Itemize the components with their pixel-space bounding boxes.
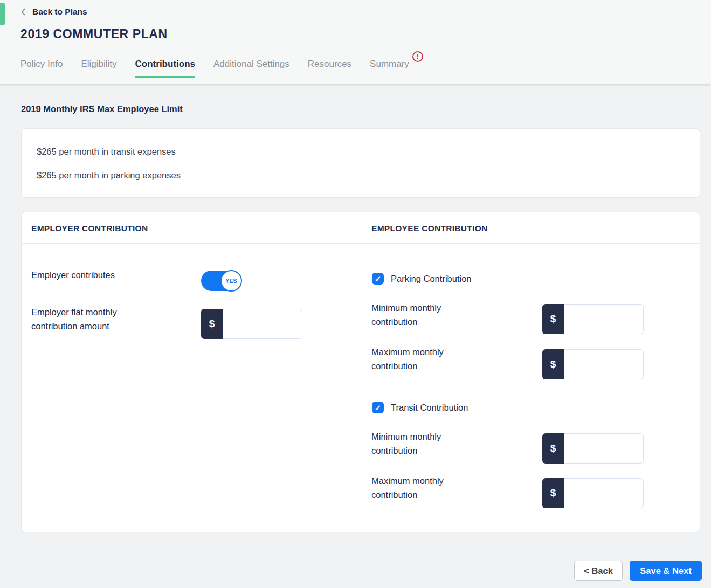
irs-limit-card: $265 per month in transit expenses $265 … [21, 128, 700, 198]
save-and-next-button[interactable]: Save & Next [630, 561, 702, 581]
checkmark-icon: ✓ [375, 275, 382, 283]
parking-contribution-checkbox[interactable]: ✓ [372, 273, 384, 285]
dollar-prefix-icon: $ [542, 478, 564, 508]
employer-flat-amount-input[interactable] [223, 309, 302, 339]
tab-resources[interactable]: Resources [308, 59, 351, 76]
tab-summary-label: Summary [370, 59, 409, 69]
employer-contributes-label: Employer contributes [31, 268, 115, 282]
accent-bar [0, 3, 5, 25]
contribution-card: EMPLOYER CONTRIBUTION EMPLOYEE CONTRIBUT… [21, 212, 700, 532]
employer-flat-amount-group: $ [201, 309, 302, 339]
checkmark-icon: ✓ [375, 404, 382, 412]
parking-max-label: Maximum monthly contribution [371, 345, 479, 373]
page-header: Back to Plans 2019 COMMUTER PLAN Policy … [0, 0, 711, 84]
toggle-knob: YES [220, 270, 242, 292]
irs-limit-heading: 2019 Monthly IRS Max Employee Limit [21, 104, 183, 114]
parking-min-input[interactable] [564, 304, 644, 334]
transit-contribution-label: Transit Contribution [391, 403, 468, 413]
tab-policy-info[interactable]: Policy Info [20, 59, 63, 76]
transit-max-group: $ [542, 478, 644, 508]
dollar-prefix-icon: $ [542, 304, 564, 334]
transit-max-input[interactable] [564, 478, 644, 508]
back-link-label: Back to Plans [32, 7, 87, 17]
parking-max-input[interactable] [564, 349, 644, 379]
parking-min-group: $ [542, 304, 644, 334]
transit-min-input[interactable] [564, 433, 644, 464]
transit-min-group: $ [542, 433, 644, 464]
back-to-plans-link[interactable]: Back to Plans [20, 7, 87, 17]
parking-contribution-label: Parking Contribution [391, 274, 472, 284]
irs-parking-limit-text: $265 per month in parking expenses [37, 170, 181, 181]
dollar-prefix-icon: $ [542, 433, 564, 464]
chevron-left-icon [20, 8, 26, 16]
tab-additional-settings[interactable]: Additional Settings [213, 59, 289, 76]
error-alert-icon: ! [412, 51, 423, 62]
irs-transit-limit-text: $265 per month in transit expenses [37, 147, 176, 157]
employer-contribution-heading: EMPLOYER CONTRIBUTION [31, 224, 148, 233]
dollar-prefix-icon: $ [201, 309, 223, 339]
transit-max-label: Maximum monthly contribution [371, 474, 479, 502]
dollar-prefix-icon: $ [542, 349, 564, 379]
employer-contributes-toggle[interactable]: YES [201, 271, 242, 291]
transit-min-label: Minimum monthly contribution [371, 430, 479, 458]
card-header-divider [22, 243, 700, 244]
employer-flat-amount-label: Employer flat monthly contribution amoun… [31, 305, 161, 333]
parking-min-label: Minimum monthly contribution [371, 301, 479, 329]
tab-summary[interactable]: Summary ! [370, 59, 409, 76]
tab-bar: Policy Info Eligibility Contributions Ad… [20, 59, 409, 78]
transit-contribution-checkbox[interactable]: ✓ [372, 402, 384, 413]
tab-contributions[interactable]: Contributions [135, 59, 195, 78]
back-button[interactable]: < Back [574, 561, 623, 581]
page-title: 2019 COMMUTER PLAN [20, 27, 168, 41]
parking-max-group: $ [542, 349, 644, 379]
tab-eligibility[interactable]: Eligibility [81, 59, 116, 76]
employee-contribution-heading: EMPLOYEE CONTRIBUTION [371, 224, 488, 233]
